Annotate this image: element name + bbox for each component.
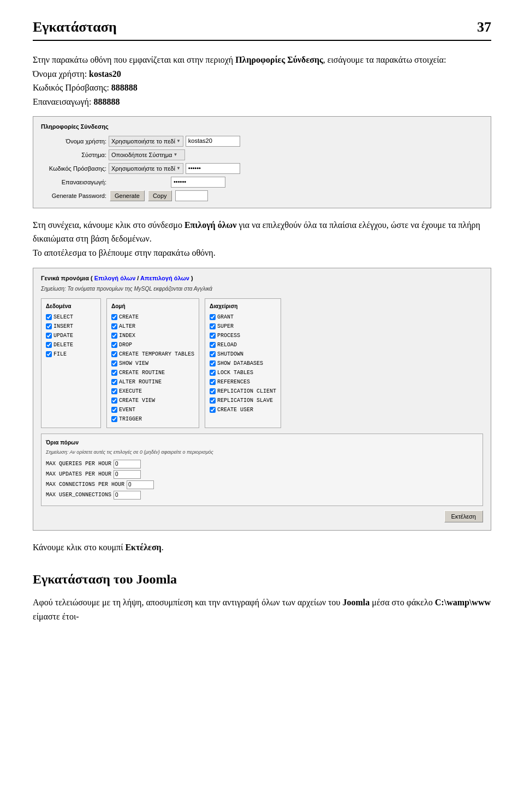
generated-password-input[interactable]	[175, 190, 208, 201]
priv-update: UPDATE	[46, 332, 96, 340]
priv-references: REFERENCES	[210, 378, 276, 386]
priv-execute: EXECUTE	[111, 387, 194, 395]
max-user-connections-input[interactable]	[114, 491, 141, 500]
priv-trigger: TRIGGER	[111, 415, 194, 423]
joomla-bold: Joomla	[343, 598, 370, 607]
alter-routine-checkbox[interactable]	[111, 379, 117, 385]
priv-create-user: CREATE USER	[210, 406, 276, 414]
execute-checkbox[interactable]	[111, 388, 117, 394]
priv-reload: RELOAD	[210, 341, 276, 349]
priv-delete: DELETE	[46, 341, 96, 349]
username-dropdown[interactable]: Χρησιμοποιήστε το πεδί ▼	[109, 136, 183, 147]
priv-select: SELECT	[46, 313, 96, 321]
execute-row: Εκτέλεση	[41, 510, 483, 522]
intro-paragraph: Στην παρακάτω οθόνη που εμφανίζεται και …	[33, 53, 491, 109]
copy-button[interactable]: Copy	[148, 190, 172, 201]
execute-bold: Εκτέλεση	[125, 543, 161, 552]
create-view-checkbox[interactable]	[111, 398, 117, 404]
priv-lock-tables: LOCK TABLES	[210, 369, 276, 377]
drop-checkbox[interactable]	[111, 342, 117, 348]
priv-grant: GRANT	[210, 313, 276, 321]
max-user-connections-row: MAX USER_CONNECTIONS	[46, 491, 478, 500]
max-queries-input[interactable]	[114, 460, 141, 468]
max-queries-row: MAX QUERIES PER HOUR	[46, 460, 478, 468]
priv-file: FILE	[46, 350, 96, 358]
generate-label: Generate Password:	[41, 191, 106, 201]
max-connections-row: MAX CONNECTIONS PER HOUR	[46, 480, 478, 489]
priv-alter-routine: ALTER ROUTINE	[111, 378, 194, 386]
page-number: 37	[477, 16, 491, 38]
system-label: Σύστημα:	[41, 151, 106, 160]
index-checkbox[interactable]	[111, 333, 117, 339]
page-title: Εγκατάσταση	[33, 16, 117, 38]
show-view-checkbox[interactable]	[111, 360, 117, 366]
select-all-link[interactable]: Επιλογή όλων	[94, 275, 136, 281]
create-user-checkbox[interactable]	[210, 407, 216, 413]
password-dropdown[interactable]: Χρησιμοποιήστε το πεδί ▼	[109, 163, 183, 174]
priv-super: SUPER	[210, 322, 276, 330]
generate-button[interactable]: Generate	[110, 190, 145, 201]
repassword-label: Επαναεισαγωγή:	[41, 178, 106, 187]
username-label: Όνομα χρήστη:	[41, 137, 106, 146]
password-label: Κωδικός Πρόσβασης:	[41, 164, 106, 173]
lock-tables-checkbox[interactable]	[210, 370, 216, 376]
system-dropdown[interactable]: Οποιοδήποτε Σύστημα ▼	[109, 149, 185, 160]
priv-show-databases: SHOW DATABASES	[210, 359, 276, 368]
priv-create-temp: CREATE TEMPORARY TABLES	[111, 350, 194, 358]
privileges-panel: Γενικά προνόμια ( Επιλογή όλων / Απεπιλο…	[33, 268, 491, 531]
grant-checkbox[interactable]	[210, 314, 216, 320]
priv-create-routine: CREATE ROUTINE	[111, 369, 194, 377]
shutdown-checkbox[interactable]	[210, 351, 216, 357]
data-group-title: Δεδομένα	[46, 302, 96, 310]
update-checkbox[interactable]	[46, 333, 52, 339]
delete-checkbox[interactable]	[46, 342, 52, 348]
trigger-checkbox[interactable]	[111, 416, 117, 422]
priv-process: PROCESS	[210, 332, 276, 340]
priv-create-view: CREATE VIEW	[111, 396, 194, 405]
repassword-input[interactable]: ••••••	[171, 177, 225, 188]
process-checkbox[interactable]	[210, 333, 216, 339]
references-checkbox[interactable]	[210, 379, 216, 385]
password-intro: Κωδικός Πρόσβασης: 888888	[33, 83, 138, 92]
deselect-all-link[interactable]: Απεπιλογή όλων	[140, 275, 189, 281]
reload-checkbox[interactable]	[210, 342, 216, 348]
priv-shutdown: SHUTDOWN	[210, 350, 276, 358]
system-row: Σύστημα: Οποιοδήποτε Σύστημα ▼	[41, 149, 483, 160]
generate-row: Generate Password: Generate Copy	[41, 190, 483, 201]
joomla-section-title: Εγκατάσταση του Joomla	[33, 569, 491, 589]
max-updates-input[interactable]	[114, 470, 141, 479]
super-checkbox[interactable]	[210, 323, 216, 329]
select-all-link: Επιλογή όλων	[184, 220, 237, 230]
replication-slave-checkbox[interactable]	[210, 398, 216, 404]
priv-drop: DROP	[111, 341, 194, 349]
repassword-row: Επαναεισαγωγή: ••••••	[41, 177, 483, 188]
show-db-checkbox[interactable]	[210, 360, 216, 366]
file-checkbox[interactable]	[46, 351, 52, 357]
password-input[interactable]: ••••••	[186, 163, 240, 174]
username-intro: Όνομα χρήστη: kostas20	[33, 69, 121, 79]
insert-checkbox[interactable]	[46, 323, 52, 329]
priv-show-view: SHOW VIEW	[111, 359, 194, 368]
bold-connection-info: Πληροφορίες Σύνδεσης	[235, 55, 323, 64]
password-row: Κωδικός Πρόσβασης: Χρησιμοποιήστε το πεδ…	[41, 163, 483, 174]
resource-limits-note: Σημείωση: Αν ορίσετε αυτές τις επιλογές …	[46, 449, 478, 456]
data-group: Δεδομένα SELECT INSERT UPDATE DELETE FIL…	[41, 298, 101, 428]
connection-panel-title: Πληροφορίες Σύνδεσης	[41, 122, 483, 131]
connection-panel: Πληροφορίες Σύνδεσης Όνομα χρήστη: Χρησι…	[33, 116, 491, 208]
create-checkbox[interactable]	[111, 314, 117, 320]
event-checkbox[interactable]	[111, 407, 117, 413]
select-checkbox[interactable]	[46, 314, 52, 320]
create-temp-checkbox[interactable]	[111, 351, 117, 357]
priv-event: EVENT	[111, 406, 194, 414]
create-routine-checkbox[interactable]	[111, 370, 117, 376]
priv-create: CREATE	[111, 313, 194, 321]
execute-button[interactable]: Εκτέλεση	[444, 510, 483, 522]
priv-insert: INSERT	[46, 322, 96, 330]
username-row: Όνομα χρήστη: Χρησιμοποιήστε το πεδί ▼ k…	[41, 136, 483, 147]
manage-group-title: Διαχείριση	[210, 302, 276, 310]
max-connections-input[interactable]	[127, 480, 154, 489]
alter-checkbox[interactable]	[111, 323, 117, 329]
username-input[interactable]: kostas20	[186, 136, 240, 147]
resource-limits-title: Όρια πόρων	[46, 438, 478, 447]
replication-client-checkbox[interactable]	[210, 388, 216, 394]
